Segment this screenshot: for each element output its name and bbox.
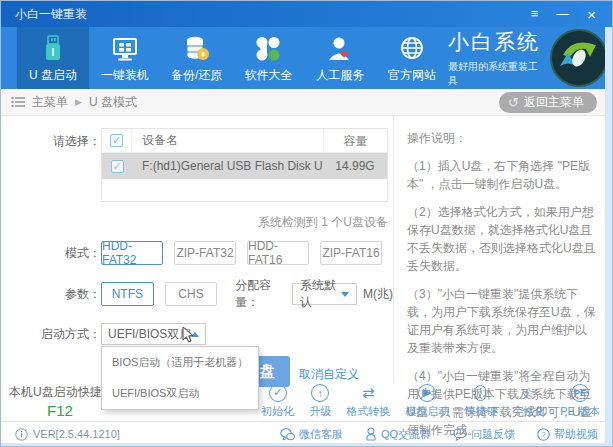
main-nav: U 盘启动 一键装机 [1,27,612,89]
tool-buttons: ✓ 初始化 ↑ 升级 ⇄ 格式转换 ▶ 模拟启动 快捷键 ☆ 个性化 [261,384,600,419]
param-row: 参数： NTFS CHS 分配容量： 系统默认 M(兆) [31,277,393,311]
pe-version-icon: PE [571,384,589,402]
select-all-checkbox[interactable] [110,134,123,147]
back-to-main-menu-button[interactable]: ↺ 返回主菜单 [499,92,597,113]
window-frame-bottom [1,443,605,446]
dropdown-option-bios[interactable]: BIOS启动（适用于老机器） [102,347,258,378]
menu-list-icon [11,96,25,108]
feedback-link[interactable]: 问题反馈 [453,427,515,442]
breadcrumb-root[interactable]: 主菜单 [32,94,68,111]
device-capacity: 14.99G [323,159,387,173]
param-option-ntfs[interactable]: NTFS [101,282,154,306]
column-device-name: 设备名 [132,132,323,149]
brand-logo-icon [549,28,609,88]
param-option-chs[interactable]: CHS [165,282,218,306]
computer-icon [111,33,139,63]
nav-label: 官方网站 [388,67,436,84]
alloc-capacity-select[interactable]: 系统默认 [292,283,357,305]
qq-icon [365,427,377,441]
version-text: VER[2.5.44.1210] [33,428,120,440]
nav-item-software[interactable]: 软件大全 [232,27,304,89]
usb-drive-icon [40,33,66,63]
return-arrow-icon: ↺ [508,96,519,109]
nav-label: 软件大全 [244,67,292,84]
device-table: 设备名 容量 F:(hd1)General USB Flash Disk USB… [101,128,388,202]
tool-label: 升级 [309,404,331,419]
boot-mode-row: 启动方式： UEFI/BIOS双启动 BIOS启动（适用于老机器） UEFI/B… [31,323,393,345]
device-select-row: 请选择： 设备名 容量 F:(hd1)General USB Flash Dis… [31,128,393,202]
breadcrumb-current: U 盘模式 [89,94,137,111]
title-bar: 小白一键重装 ≡ — × [1,1,612,27]
table-empty-area [102,179,387,201]
software-icon [255,33,281,63]
customer-service-icon [326,33,354,63]
usb-settings-pane: 请选择： 设备名 容量 F:(hd1)General USB Flash Dis… [1,116,393,383]
nav-item-one-key-install[interactable]: 一键装机 [89,27,161,89]
feedback-icon [453,428,467,441]
alloc-capacity-value: 系统默认 [300,277,341,311]
tool-label: 模拟启动 [405,404,449,419]
table-row[interactable]: F:(hd1)General USB Flash Disk USB Device… [102,153,387,179]
instructions-panel: 操作说明： （1）插入U盘，右下角选择 "PE版本" ，点击一键制作启动U盘。 … [393,116,612,383]
website-globe-icon [398,33,426,63]
tool-initialize[interactable]: ✓ 初始化 [261,384,294,419]
instruction-step: （1）插入U盘，右下角选择 "PE版本" ，点击一键制作启动U盘。 [407,157,596,193]
boot-mode-select-wrap: UEFI/BIOS双启动 BIOS启动（适用于老机器） UEFI/BIOS双启动 [101,323,206,345]
nav-item-official-website[interactable]: 官方网站 [376,27,448,89]
backup-restore-icon [183,33,211,63]
tool-hotkey[interactable]: 快捷键 [464,384,497,419]
mouse-cursor-icon [181,326,195,344]
tool-label: 个性化 [512,404,545,419]
tool-upgrade[interactable]: ↑ 升级 [309,384,331,419]
chevron-down-icon [341,292,349,297]
tool-label: 快捷键 [464,404,497,419]
tool-label: 格式转换 [346,404,390,419]
instruction-step: （3）"小白一键重装"提供系统下载，为用户下载系统保存至U盘，保证用户有系统可装… [407,285,596,357]
mode-option-zip-fat32[interactable]: ZIP-FAT32 [174,241,236,265]
qq-group-link[interactable]: QQ交流群 [365,427,431,442]
info-icon [15,428,28,441]
brand-tagline: 最好用的系统重装工具 [448,60,540,88]
tool-pe-version[interactable]: PE PE 版本 [560,384,600,419]
mode-option-hdd-fat32[interactable]: HDD-FAT32 [101,241,163,265]
capacity-unit: M(兆) [363,286,393,303]
mode-option-zip-fat16[interactable]: ZIP-FAT16 [320,241,382,265]
help-video-link[interactable]: ? 帮助视频 [537,427,598,442]
cancel-custom-link[interactable]: 取消自定义 [299,366,359,383]
boot-mode-value: UEFI/BIOS双启动 [108,326,191,343]
boot-mode-label: 启动方式： [31,326,101,343]
detect-status-text: 系统检测到 1 个U盘设备 [101,214,388,231]
tool-label: PE 版本 [560,404,600,419]
close-icon[interactable]: × [587,7,596,22]
tool-format-convert[interactable]: ⇄ 格式转换 [346,384,390,419]
nav-label: 一键装机 [101,67,149,84]
nav-item-backup-restore[interactable]: 备份/还原 [161,27,233,89]
nav-label: 备份/还原 [171,67,222,84]
mode-option-hdd-fat16[interactable]: HDD-FAT16 [247,241,309,265]
alloc-capacity-label: 分配容量： [235,277,286,311]
window-frame-right [605,27,612,446]
device-name: F:(hd1)General USB Flash Disk USB Device [132,159,323,173]
wechat-service-link[interactable]: 微信客服 [280,427,343,442]
column-capacity: 容量 [323,129,387,152]
device-checkbox[interactable] [111,160,124,173]
breadcrumb: 主菜单 ▶ U 盘模式 ↺ 返回主菜单 [1,89,612,116]
device-table-header: 设备名 容量 [102,129,387,153]
status-links: 微信客服 QQ交流群 问题反馈 ? [280,427,598,442]
svg-text:?: ? [541,430,546,439]
instruction-step: （2）选择格式化方式，如果用户想保存U盘数据，就选择格式化U盘且不丢失数据，否则… [407,203,596,275]
status-link-label: QQ交流群 [381,427,431,442]
nav-label: U 盘启动 [29,67,77,84]
status-link-label: 帮助视频 [554,427,598,442]
chevron-right-icon: ▶ [75,97,82,107]
boot-mode-dropdown: BIOS启动（适用于老机器） UEFI/BIOS双启动 [101,346,259,410]
main-content: 请选择： 设备名 容量 F:(hd1)General USB Flash Dis… [1,116,612,383]
nav-item-customer-service[interactable]: 人工服务 [304,27,376,89]
minimize-icon[interactable]: — [556,7,569,22]
tool-personalize[interactable]: ☆ 个性化 [512,384,545,419]
dropdown-option-uefi-bios[interactable]: UEFI/BIOS双启动 [102,378,258,409]
tool-simulate-boot[interactable]: ▶ 模拟启动 [405,384,449,419]
mouse-hotkey-icon [472,384,490,402]
menu-icon[interactable]: ≡ [531,7,539,22]
nav-item-usb-boot[interactable]: U 盘启动 [17,27,89,89]
